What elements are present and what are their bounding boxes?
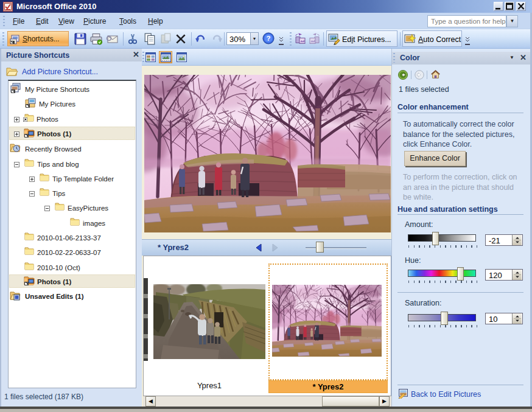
svg-text:?: ?	[267, 35, 271, 42]
